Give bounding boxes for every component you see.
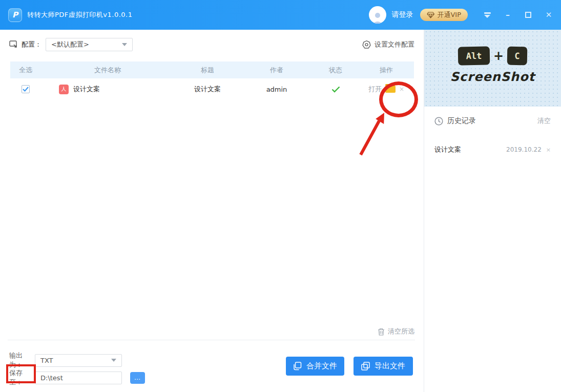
- check-icon: [23, 87, 29, 92]
- save-path-input[interactable]: D:\test: [35, 372, 122, 384]
- file-config-button[interactable]: 设置文件配置: [362, 40, 414, 50]
- close-icon[interactable]: ✕: [545, 11, 553, 19]
- titlebar: P 转转大师PDF虚拟打印机v1.0.0.1 请登录 开通VIP – ✕: [0, 0, 561, 30]
- save-label: 保存至：: [9, 368, 35, 387]
- history-title: 历史记录: [447, 116, 476, 126]
- clear-selected-button[interactable]: 清空所选: [378, 327, 414, 336]
- vip-label: 开通VIP: [437, 10, 461, 19]
- table-header: 全选 文件名称 标题 作者 状态 操作: [10, 61, 414, 78]
- config-select[interactable]: <默认配置>: [46, 38, 133, 51]
- success-check-icon: [331, 86, 340, 93]
- window-controls: – ✕: [483, 11, 553, 19]
- history-item-date: 2019.10.22: [506, 146, 542, 153]
- config-icon: [9, 40, 18, 49]
- save-path-value: D:\test: [40, 374, 63, 382]
- config-row: 配置： <默认配置> 设置文件配置: [0, 30, 424, 57]
- content: 配置： <默认配置> 设置文件配置 全选 文件名称 标题 作者 状态 操作: [0, 30, 561, 392]
- file-table: 全选 文件名称 标题 作者 状态 操作 人 设计文案: [10, 61, 414, 100]
- open-file-link[interactable]: 打开: [368, 85, 382, 94]
- app-logo-icon: P: [8, 8, 22, 22]
- header-status: 状态: [313, 66, 359, 75]
- merge-files-button[interactable]: 合并文件: [286, 357, 344, 376]
- output-row: 输出为： TXT: [9, 351, 122, 369]
- browse-button[interactable]: …: [130, 372, 145, 384]
- header-title: 标题: [174, 66, 241, 75]
- history-clear-button[interactable]: 清空: [537, 116, 551, 126]
- row-title: 设计文案: [174, 85, 241, 94]
- gear-icon: [362, 40, 371, 50]
- bottom-divider: [8, 340, 415, 340]
- row-file-name: 设计文案: [73, 85, 100, 94]
- screenshot-banner[interactable]: Alt + C ScreenShot: [424, 30, 561, 107]
- config-select-value: <默认配置>: [51, 40, 89, 49]
- output-format-value: TXT: [40, 357, 53, 364]
- table-row: 人 设计文案 设计文案 admin 打开 ×: [10, 78, 414, 100]
- avatar[interactable]: [369, 6, 386, 24]
- plus-sign: +: [493, 49, 504, 63]
- clock-icon: [434, 117, 443, 126]
- clear-selected-label: 清空所选: [388, 327, 414, 336]
- history-item-name: 设计文案: [434, 145, 461, 154]
- file-config-label: 设置文件配置: [375, 40, 414, 49]
- chevron-down-icon: [122, 43, 127, 46]
- header-select-all[interactable]: 全选: [10, 66, 41, 75]
- history-item[interactable]: 设计文案 2019.10.22 ×: [424, 145, 561, 154]
- maximize-icon[interactable]: [524, 11, 532, 19]
- app-title: 转转大师PDF虚拟打印机v1.0.0.1: [27, 10, 133, 19]
- shortcut-keys: Alt + C: [424, 30, 561, 65]
- c-keycap: C: [507, 47, 528, 66]
- sidebar: Alt + C ScreenShot 历史记录 清空 设计文案 2019.10.…: [424, 30, 561, 392]
- history-header: 历史记录 清空: [424, 107, 561, 126]
- merge-files-label: 合并文件: [306, 361, 337, 371]
- minimize-icon[interactable]: –: [504, 11, 512, 19]
- export-files-icon: [361, 362, 370, 370]
- login-link[interactable]: 请登录: [391, 10, 413, 19]
- screenshot-caption: ScreenShot: [424, 70, 561, 84]
- export-files-label: 导出文件: [375, 361, 405, 371]
- header-file-name: 文件名称: [41, 66, 174, 75]
- config-label: 配置：: [22, 40, 41, 49]
- output-label: 输出为：: [9, 351, 35, 369]
- row-checkbox[interactable]: [22, 85, 30, 93]
- open-folder-icon[interactable]: [385, 86, 396, 93]
- row-remove-icon[interactable]: ×: [399, 86, 404, 93]
- history-item-remove-icon[interactable]: ×: [546, 147, 551, 153]
- main-panel: 配置： <默认配置> 设置文件配置 全选 文件名称 标题 作者 状态 操作: [0, 30, 424, 392]
- user-icon: [371, 11, 384, 24]
- output-format-select[interactable]: TXT: [35, 354, 122, 367]
- trash-icon: [378, 328, 385, 336]
- chevron-down-icon: [111, 359, 116, 362]
- export-files-button[interactable]: 导出文件: [354, 357, 413, 376]
- row-author: admin: [241, 86, 313, 93]
- pdf-file-icon: 人: [59, 85, 69, 94]
- merge-files-icon: [293, 362, 302, 370]
- header-action: 操作: [359, 66, 414, 75]
- alt-keycap: Alt: [458, 46, 490, 65]
- titlebar-right: 请登录 开通VIP – ✕: [369, 6, 553, 24]
- save-row: 保存至： D:\test …: [9, 368, 145, 387]
- vip-button[interactable]: 开通VIP: [420, 9, 468, 21]
- collapse-to-tray-icon[interactable]: [483, 11, 491, 19]
- header-author: 作者: [241, 66, 313, 75]
- diamond-icon: [427, 12, 434, 18]
